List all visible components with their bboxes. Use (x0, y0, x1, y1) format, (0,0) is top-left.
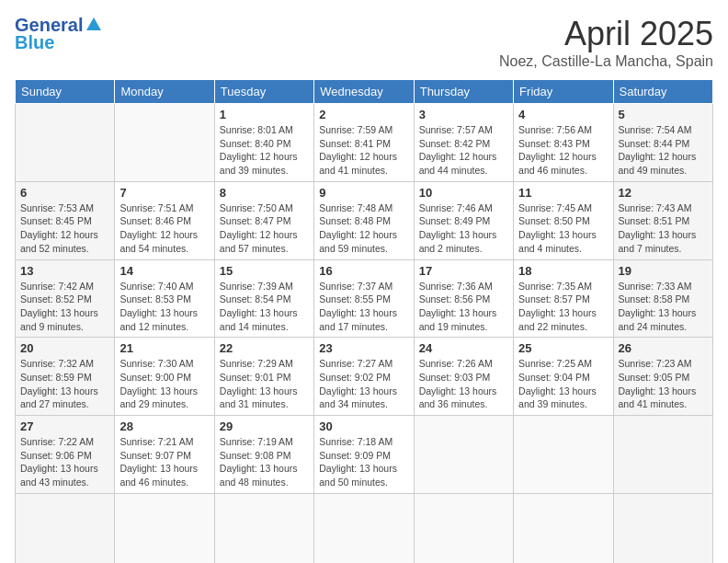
empty-cell (115, 104, 214, 182)
day-info: Sunrise: 7:59 AMSunset: 8:41 PMDaylight:… (319, 124, 397, 176)
day-info: Sunrise: 7:40 AMSunset: 8:53 PMDaylight:… (119, 281, 198, 332)
day-number: 9 (319, 186, 408, 200)
day-info: Sunrise: 8:01 AMSunset: 8:40 PMDaylight:… (220, 124, 298, 176)
empty-cell (314, 493, 414, 563)
day-info: Sunrise: 7:37 AMSunset: 8:55 PMDaylight:… (319, 281, 397, 332)
logo-icon (85, 16, 103, 34)
calendar-row: 27 Sunrise: 7:22 AMSunset: 9:06 PMDaylig… (16, 416, 713, 494)
day-info: Sunrise: 7:29 AMSunset: 9:01 PMDaylight:… (220, 358, 298, 409)
day-cell: 28 Sunrise: 7:21 AMSunset: 9:07 PMDaylig… (115, 416, 214, 494)
empty-cell (613, 416, 712, 494)
main-title: April 2025 (499, 15, 713, 53)
empty-cell (16, 493, 115, 563)
day-cell: 7 Sunrise: 7:51 AMSunset: 8:46 PMDayligh… (115, 181, 214, 259)
day-cell: 26 Sunrise: 7:23 AMSunset: 9:05 PMDaylig… (613, 338, 712, 416)
day-number: 22 (220, 341, 309, 355)
day-cell: 8 Sunrise: 7:50 AMSunset: 8:47 PMDayligh… (214, 181, 313, 259)
empty-cell (613, 493, 712, 563)
empty-cell (115, 493, 214, 563)
calendar-row: 20 Sunrise: 7:32 AMSunset: 8:59 PMDaylig… (16, 338, 713, 416)
header-wednesday: Wednesday (314, 80, 414, 104)
calendar-table: Sunday Monday Tuesday Wednesday Thursday… (15, 79, 713, 563)
day-info: Sunrise: 7:48 AMSunset: 8:48 PMDaylight:… (319, 202, 397, 254)
day-info: Sunrise: 7:54 AMSunset: 8:44 PMDaylight:… (619, 124, 697, 176)
day-number: 11 (518, 186, 608, 200)
day-number: 3 (419, 108, 508, 121)
empty-cell (414, 493, 513, 563)
day-cell: 19 Sunrise: 7:33 AMSunset: 8:58 PMDaylig… (613, 259, 712, 338)
day-number: 28 (119, 419, 209, 433)
day-info: Sunrise: 7:19 AMSunset: 9:08 PMDaylight:… (220, 436, 298, 488)
day-cell: 6 Sunrise: 7:53 AMSunset: 8:45 PMDayligh… (16, 181, 115, 259)
day-info: Sunrise: 7:25 AMSunset: 9:04 PMDaylight:… (518, 358, 597, 409)
header-thursday: Thursday (414, 80, 513, 104)
day-cell: 17 Sunrise: 7:36 AMSunset: 8:56 PMDaylig… (414, 259, 513, 338)
empty-cell (514, 416, 613, 494)
day-cell: 2 Sunrise: 7:59 AMSunset: 8:41 PMDayligh… (314, 104, 414, 182)
day-info: Sunrise: 7:46 AMSunset: 8:49 PMDaylight:… (419, 202, 497, 254)
empty-cell (16, 104, 115, 182)
day-info: Sunrise: 7:50 AMSunset: 8:47 PMDaylight:… (220, 202, 298, 254)
logo-blue-text: Blue (15, 32, 54, 53)
day-info: Sunrise: 7:21 AMSunset: 9:07 PMDaylight:… (119, 436, 198, 488)
empty-cell (414, 416, 513, 494)
day-number: 30 (319, 419, 408, 433)
day-number: 5 (619, 108, 708, 121)
day-number: 6 (20, 186, 109, 200)
day-info: Sunrise: 7:30 AMSunset: 9:00 PMDaylight:… (119, 358, 198, 409)
day-number: 13 (20, 264, 109, 278)
day-number: 24 (419, 341, 508, 355)
day-cell: 16 Sunrise: 7:37 AMSunset: 8:55 PMDaylig… (314, 259, 414, 338)
day-info: Sunrise: 7:57 AMSunset: 8:42 PMDaylight:… (419, 124, 497, 176)
day-number: 2 (319, 108, 408, 121)
day-info: Sunrise: 7:42 AMSunset: 8:52 PMDaylight:… (20, 281, 98, 332)
day-cell: 29 Sunrise: 7:19 AMSunset: 9:08 PMDaylig… (214, 416, 313, 494)
subtitle: Noez, Castille-La Mancha, Spain (499, 53, 713, 70)
day-cell: 15 Sunrise: 7:39 AMSunset: 8:54 PMDaylig… (214, 259, 313, 338)
day-info: Sunrise: 7:53 AMSunset: 8:45 PMDaylight:… (20, 202, 98, 254)
day-number: 7 (119, 186, 209, 200)
day-number: 10 (419, 186, 508, 200)
day-cell: 18 Sunrise: 7:35 AMSunset: 8:57 PMDaylig… (514, 259, 613, 338)
day-info: Sunrise: 7:39 AMSunset: 8:54 PMDaylight:… (220, 281, 298, 332)
day-cell: 20 Sunrise: 7:32 AMSunset: 8:59 PMDaylig… (16, 338, 115, 416)
day-cell: 11 Sunrise: 7:45 AMSunset: 8:50 PMDaylig… (514, 181, 613, 259)
day-number: 12 (619, 186, 708, 200)
calendar-row (16, 493, 713, 563)
weekday-header-row: Sunday Monday Tuesday Wednesday Thursday… (16, 80, 713, 104)
day-cell: 12 Sunrise: 7:43 AMSunset: 8:51 PMDaylig… (613, 181, 712, 259)
day-cell: 14 Sunrise: 7:40 AMSunset: 8:53 PMDaylig… (115, 259, 214, 338)
header-saturday: Saturday (613, 80, 712, 104)
day-info: Sunrise: 7:33 AMSunset: 8:58 PMDaylight:… (619, 281, 697, 332)
day-cell: 13 Sunrise: 7:42 AMSunset: 8:52 PMDaylig… (16, 259, 115, 338)
day-cell: 21 Sunrise: 7:30 AMSunset: 9:00 PMDaylig… (115, 338, 214, 416)
day-cell: 1 Sunrise: 8:01 AMSunset: 8:40 PMDayligh… (214, 104, 313, 182)
day-cell: 23 Sunrise: 7:27 AMSunset: 9:02 PMDaylig… (314, 338, 414, 416)
day-cell: 5 Sunrise: 7:54 AMSunset: 8:44 PMDayligh… (613, 104, 712, 182)
day-cell: 9 Sunrise: 7:48 AMSunset: 8:48 PMDayligh… (314, 181, 414, 259)
day-info: Sunrise: 7:27 AMSunset: 9:02 PMDaylight:… (319, 358, 397, 409)
day-number: 17 (419, 264, 508, 278)
header-monday: Monday (115, 80, 214, 104)
day-number: 16 (319, 264, 408, 278)
day-cell: 4 Sunrise: 7:56 AMSunset: 8:43 PMDayligh… (514, 104, 613, 182)
day-info: Sunrise: 7:45 AMSunset: 8:50 PMDaylight:… (518, 202, 597, 254)
day-info: Sunrise: 7:43 AMSunset: 8:51 PMDaylight:… (619, 202, 697, 254)
day-number: 4 (518, 108, 608, 121)
day-number: 27 (20, 419, 109, 433)
day-info: Sunrise: 7:23 AMSunset: 9:05 PMDaylight:… (619, 358, 697, 409)
day-info: Sunrise: 7:36 AMSunset: 8:56 PMDaylight:… (419, 281, 497, 332)
day-info: Sunrise: 7:22 AMSunset: 9:06 PMDaylight:… (20, 436, 98, 488)
day-info: Sunrise: 7:26 AMSunset: 9:03 PMDaylight:… (419, 358, 497, 409)
calendar-row: 6 Sunrise: 7:53 AMSunset: 8:45 PMDayligh… (16, 181, 713, 259)
day-number: 8 (220, 186, 309, 200)
day-info: Sunrise: 7:56 AMSunset: 8:43 PMDaylight:… (518, 124, 597, 176)
day-number: 29 (220, 419, 309, 433)
day-info: Sunrise: 7:32 AMSunset: 8:59 PMDaylight:… (20, 358, 98, 409)
header-sunday: Sunday (16, 80, 115, 104)
day-cell: 24 Sunrise: 7:26 AMSunset: 9:03 PMDaylig… (414, 338, 513, 416)
day-number: 20 (20, 341, 109, 355)
empty-cell (514, 493, 613, 563)
day-number: 1 (220, 108, 309, 121)
day-number: 18 (518, 264, 608, 278)
